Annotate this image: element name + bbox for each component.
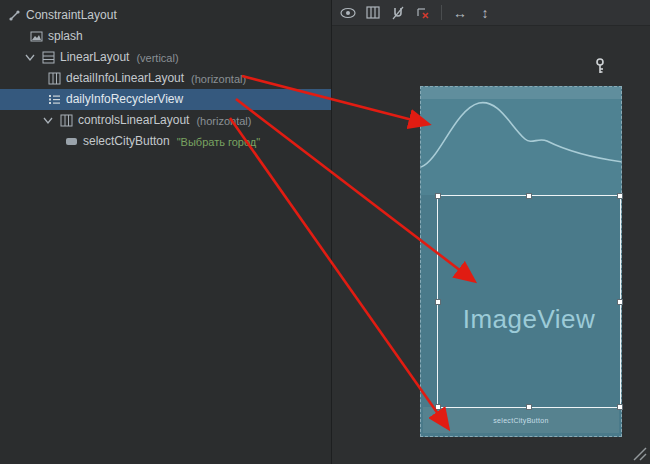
tree-item-label: dailyInfoRecyclerView xyxy=(66,89,183,110)
tree-item-detailinfolinearlayout[interactable]: detailInfoLinearLayout (horizontal) xyxy=(0,68,331,89)
design-toolbar: ↔ ↕ xyxy=(332,0,650,26)
tree-item-label: controlsLinearLayout xyxy=(78,110,189,131)
chevron-down-icon[interactable] xyxy=(42,116,54,126)
linearlayout-horizontal-icon xyxy=(59,114,73,128)
view-mode-columns-icon[interactable] xyxy=(363,4,383,22)
tree-item-splash[interactable]: splash xyxy=(0,26,331,47)
design-surface-panel: ↔ ↕ ImageView selectCityButton xyxy=(332,0,650,464)
autoconnect-off-magnet-icon[interactable] xyxy=(388,4,408,22)
recyclerview-icon xyxy=(47,93,61,107)
clear-constraints-icon[interactable] xyxy=(413,4,433,22)
linearlayout-horizontal-icon xyxy=(47,72,61,86)
tree-item-meta: (horizontal) xyxy=(196,115,251,127)
tree-item-label: splash xyxy=(48,26,83,47)
weather-curve-graphic xyxy=(421,87,621,195)
tree-item-label: detailInfoLinearLayout xyxy=(66,68,184,89)
button-icon xyxy=(64,135,78,149)
visibility-eye-icon[interactable] xyxy=(338,4,358,22)
key-icon[interactable] xyxy=(592,57,608,75)
tree-item-dailyinforecyclerview[interactable]: dailyInfoRecyclerView xyxy=(0,89,331,110)
tree-item-meta: (vertical) xyxy=(136,52,178,64)
tree-item-selectcitybutton[interactable]: selectCityButton "Выбрать город" xyxy=(0,131,331,152)
toolbar-separator xyxy=(441,5,442,20)
select-city-button-preview[interactable]: selectCityButton xyxy=(493,417,548,424)
imageview-icon xyxy=(29,30,43,44)
tree-item-linearlayout[interactable]: LinearLayout (vertical) xyxy=(0,47,331,68)
constraint-layout-icon xyxy=(7,9,21,23)
linearlayout-vertical-icon xyxy=(41,51,55,65)
tree-item-controlslinearlayout[interactable]: controlsLinearLayout (horizontal) xyxy=(0,110,331,131)
imageview-label: ImageView xyxy=(463,304,596,335)
tree-item-label: LinearLayout xyxy=(60,47,129,68)
tree-item-label: ConstraintLayout xyxy=(26,5,117,26)
tree-item-meta: (horizontal) xyxy=(191,73,246,85)
imageview-region[interactable]: ImageView xyxy=(437,195,621,410)
status-bar-strip xyxy=(421,87,621,99)
detail-info-area[interactable] xyxy=(421,87,621,195)
tree-item-label: selectCityButton xyxy=(83,131,170,152)
vertical-expand-icon[interactable]: ↕ xyxy=(475,4,495,22)
chevron-down-icon[interactable] xyxy=(24,53,36,63)
resize-grip-icon[interactable] xyxy=(630,444,648,462)
tree-item-meta: "Выбрать город" xyxy=(177,136,260,148)
component-tree-panel: ConstraintLayout splash LinearLayout (ve… xyxy=(0,0,332,464)
tree-item-constraintlayout[interactable]: ConstraintLayout xyxy=(0,5,331,26)
layout-preview[interactable]: ImageView selectCityButton xyxy=(420,86,622,437)
horizontal-expand-icon[interactable]: ↔ xyxy=(450,4,470,22)
controls-bar[interactable]: selectCityButton xyxy=(423,407,619,433)
